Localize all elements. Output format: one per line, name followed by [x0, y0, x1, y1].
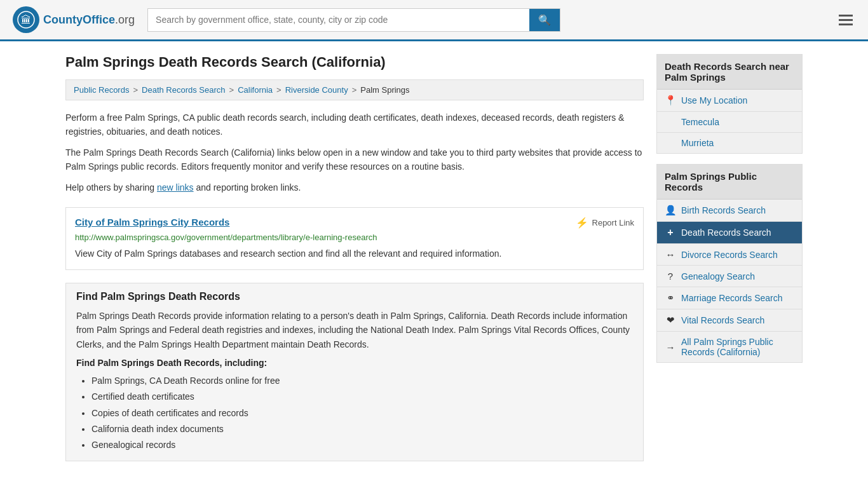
report-icon: ⚡: [576, 217, 588, 229]
menu-line-1: [839, 15, 853, 17]
temecula-link[interactable]: Temecula: [681, 117, 719, 127]
sidebar-marriage-records[interactable]: ⚭ Marriage Records Search: [657, 287, 802, 309]
death-records-link[interactable]: Death Records Search: [681, 227, 771, 238]
description-1: Perform a free Palm Springs, CA public d…: [65, 111, 644, 139]
search-button[interactable]: 🔍: [529, 9, 560, 31]
list-item: Certified death certificates: [92, 389, 633, 405]
report-link[interactable]: ⚡ Report Link: [576, 217, 634, 229]
record-card: City of Palm Springs City Records ⚡ Repo…: [65, 207, 644, 270]
sidebar-nearby-section: Death Records Search near Palm Springs 📍…: [656, 54, 803, 154]
breadcrumb-palm-springs: Palm Springs: [360, 85, 409, 95]
murrieta-link[interactable]: Murrieta: [681, 138, 714, 148]
sidebar-public-records-title: Palm Springs Public Records: [657, 165, 802, 200]
genealogy-link[interactable]: Genealogy Search: [681, 271, 755, 281]
record-description: View City of Palm Springs databases and …: [75, 247, 634, 261]
page-title: Palm Springs Death Records Search (Calif…: [65, 54, 644, 71]
genealogy-icon: ?: [665, 271, 676, 281]
sidebar-murrieta[interactable]: Murrieta: [657, 133, 802, 153]
arrow-icon: →: [665, 342, 676, 353]
menu-line-2: [839, 19, 853, 21]
sidebar-all-public-records[interactable]: → All Palm Springs Public Records (Calif…: [657, 332, 802, 362]
vital-icon: ❤: [665, 315, 676, 326]
breadcrumb: Public Records > Death Records Search > …: [65, 79, 644, 100]
sidebar-vital-records[interactable]: ❤ Vital Records Search: [657, 309, 802, 332]
sidebar-public-records-section: Palm Springs Public Records 👤 Birth Reco…: [656, 164, 803, 363]
sidebar-use-my-location[interactable]: 📍 Use My Location: [657, 90, 802, 112]
all-public-records-link[interactable]: All Palm Springs Public Records (Califor…: [681, 337, 794, 357]
record-card-header: City of Palm Springs City Records ⚡ Repo…: [75, 217, 634, 229]
find-section-paragraph: Palm Springs Death Records provide infor…: [76, 309, 633, 351]
sidebar-divorce-records[interactable]: ↔ Divorce Records Search: [657, 244, 802, 266]
breadcrumb-death-records-search[interactable]: Death Records Search: [142, 85, 226, 95]
marriage-records-link[interactable]: Marriage Records Search: [681, 293, 783, 303]
birth-records-link[interactable]: Birth Records Search: [681, 205, 766, 215]
sidebar-nearby-title: Death Records Search near Palm Springs: [657, 55, 802, 90]
list-item: Genealogical records: [92, 437, 633, 453]
main-content: Palm Springs Death Records Search (Calif…: [65, 54, 644, 461]
description-3: Help others by sharing new links and rep…: [65, 180, 644, 194]
record-url[interactable]: http://www.palmspringsca.gov/government/…: [75, 233, 634, 242]
list-item: Palm Springs, CA Death Records online fo…: [92, 373, 633, 389]
find-list: Palm Springs, CA Death Records online fo…: [76, 373, 633, 453]
find-section-sub-heading: Find Palm Springs Death Records, includi…: [76, 358, 633, 368]
divorce-icon: ↔: [665, 249, 676, 260]
search-bar: 🔍: [147, 8, 560, 32]
menu-button[interactable]: [836, 12, 855, 28]
svg-text:🏛: 🏛: [21, 15, 31, 25]
find-section-heading: Find Palm Springs Death Records: [76, 291, 633, 302]
location-icon: 📍: [665, 95, 676, 106]
use-my-location-link[interactable]: Use My Location: [681, 95, 747, 105]
breadcrumb-public-records[interactable]: Public Records: [74, 85, 129, 95]
death-active-icon: +: [665, 227, 676, 238]
header: 🏛 CountyOffice.org 🔍: [0, 0, 868, 41]
divorce-records-link[interactable]: Divorce Records Search: [681, 250, 778, 260]
find-section: Find Palm Springs Death Records Palm Spr…: [65, 283, 644, 461]
marriage-icon: ⚭: [665, 292, 676, 304]
sidebar-temecula[interactable]: Temecula: [657, 112, 802, 133]
page-wrap: Palm Springs Death Records Search (Calif…: [53, 41, 815, 474]
birth-icon: 👤: [665, 205, 676, 216]
sidebar-genealogy[interactable]: ? Genealogy Search: [657, 266, 802, 287]
vital-records-link[interactable]: Vital Records Search: [681, 315, 764, 325]
sidebar-death-records[interactable]: + Death Records Search: [657, 222, 802, 244]
logo-icon: 🏛: [13, 6, 39, 33]
report-label: Report Link: [592, 218, 634, 227]
record-title-link[interactable]: City of Palm Springs City Records: [75, 217, 229, 227]
description-2: The Palm Springs Death Records Search (C…: [65, 146, 644, 174]
breadcrumb-california[interactable]: California: [238, 85, 273, 95]
breadcrumb-riverside-county[interactable]: Riverside County: [285, 85, 348, 95]
logo-area[interactable]: 🏛 CountyOffice.org: [13, 6, 135, 33]
menu-line-3: [839, 24, 853, 25]
list-item: Copies of death certificates and records: [92, 405, 633, 421]
sidebar: Death Records Search near Palm Springs 📍…: [656, 54, 803, 461]
search-input[interactable]: [148, 9, 529, 31]
logo-text: CountyOffice.org: [43, 13, 135, 27]
list-item: California death index documents: [92, 421, 633, 437]
sidebar-birth-records[interactable]: 👤 Birth Records Search: [657, 200, 802, 222]
record-card-title: City of Palm Springs City Records: [75, 217, 229, 227]
new-links-link[interactable]: new links: [157, 182, 194, 193]
